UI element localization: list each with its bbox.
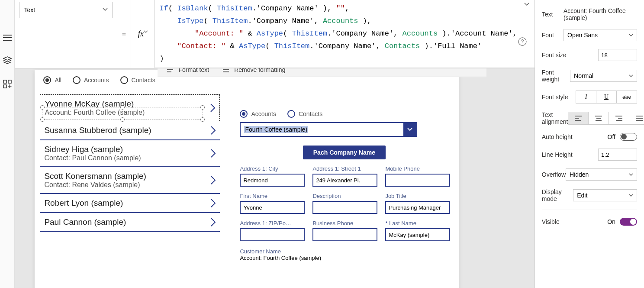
formula-expand-icon[interactable] <box>524 3 529 6</box>
field-label: Address 1: Street 1 <box>312 165 377 172</box>
field-lastname: Last Name <box>385 220 450 241</box>
radio-all-label: All <box>55 77 61 84</box>
businessphone-input[interactable] <box>312 228 377 241</box>
radio-accounts-label: Accounts <box>84 77 109 84</box>
fx-button[interactable]: fx <box>131 0 155 68</box>
align-justify-icon <box>636 116 643 121</box>
field-label: First Name <box>240 193 305 199</box>
detail-radio-accounts[interactable]: Accounts <box>240 110 276 118</box>
gallery-item-subtitle: Contact: Paul Cannon (sample) <box>44 154 207 162</box>
visible-value: On <box>607 218 615 225</box>
gallery-item-title: Scott Konersmann (sample) <box>44 172 207 181</box>
overflow-select[interactable]: Hidden <box>566 168 637 181</box>
gallery-item-title: Susanna Stubberod (sample) <box>44 126 207 135</box>
detail-panel: Accounts Contacts Fourth Coffee (sample) <box>237 108 451 288</box>
company-dropdown[interactable]: Fourth Coffee (sample) <box>240 122 417 137</box>
gallery-item[interactable]: Susanna Stubberod (sample) <box>40 121 220 140</box>
hamburger-icon[interactable] <box>3 35 12 41</box>
gallery-item-title: Robert Lyon (sample) <box>44 198 207 208</box>
lineheight-input[interactable] <box>598 149 637 161</box>
field-label: Address 1: ZIP/Po… <box>240 220 305 227</box>
font-select[interactable]: Open Sans <box>564 29 637 41</box>
align-right-icon <box>615 116 622 121</box>
fontweight-select[interactable]: Normal <box>570 70 637 82</box>
displaymode-select[interactable]: Edit <box>573 189 637 201</box>
left-rail <box>0 0 15 288</box>
chevron-right-icon[interactable] <box>210 198 216 208</box>
jobtitle-input[interactable] <box>385 201 450 214</box>
chevron-right-icon[interactable] <box>210 149 216 158</box>
detail-radio-contacts[interactable]: Contacts <box>287 110 322 118</box>
chevron-right-icon[interactable] <box>210 126 216 135</box>
field-label: Address 1: City <box>240 165 305 172</box>
radio-accounts[interactable]: Accounts <box>73 76 109 84</box>
chevron-down-icon <box>629 194 633 197</box>
align-center-button[interactable] <box>588 112 609 125</box>
align-right-button[interactable] <box>609 112 629 125</box>
grid-add-icon[interactable] <box>3 80 12 88</box>
equals-sign: = <box>117 0 131 68</box>
prop-displaymode-label: Display mode <box>542 188 573 202</box>
gallery-item[interactable]: Scott Konersmann (sample) Contact: Rene … <box>40 167 220 194</box>
field-label: Last Name <box>385 220 450 227</box>
property-selector[interactable]: Text <box>19 2 113 18</box>
field-firstname: First Name <box>240 193 305 214</box>
chevron-right-icon[interactable] <box>210 103 216 113</box>
visible-toggle[interactable] <box>620 218 637 226</box>
formula-bar[interactable]: If( IsBlank( ThisItem.'Company Name' ), … <box>155 0 534 68</box>
field-jobtitle: Job Title <box>385 193 450 214</box>
autoheight-toggle[interactable] <box>620 133 637 141</box>
chevron-right-icon[interactable] <box>210 175 216 185</box>
align-justify-button[interactable] <box>629 112 644 125</box>
prop-text-label: Text <box>542 11 553 18</box>
prop-fontsize-label: Font size <box>542 52 567 58</box>
radio-contacts[interactable]: Contacts <box>120 76 155 84</box>
dropdown-value: Fourth Coffee (sample) <box>241 123 403 136</box>
radio-all[interactable]: All <box>43 76 61 84</box>
field-businessphone: Business Phone <box>312 220 377 241</box>
align-left-button[interactable] <box>568 112 589 125</box>
mobile-input[interactable] <box>385 174 450 187</box>
description-input[interactable] <box>312 201 377 214</box>
city-input[interactable] <box>240 174 305 187</box>
underline-button[interactable]: U <box>596 91 617 104</box>
lastname-input[interactable] <box>385 228 450 241</box>
gallery-item[interactable]: Yvonne McKay (sample) Account: Fourth Co… <box>40 94 220 121</box>
layers-icon[interactable] <box>3 56 12 64</box>
radio-accounts-label: Accounts <box>251 110 276 117</box>
field-mobile: Mobile Phone <box>385 165 450 187</box>
formula-row: Text = fx If( IsBlank( ThisItem.'Company… <box>15 0 534 68</box>
italic-button[interactable]: I <box>576 91 596 104</box>
fontsize-input[interactable] <box>598 49 637 61</box>
svg-rect-1 <box>8 80 11 83</box>
chevron-right-icon[interactable] <box>210 217 216 227</box>
customer-name-value: Account: Fourth Coffee (sample) <box>240 255 448 261</box>
svg-rect-0 <box>3 80 6 83</box>
patch-company-button[interactable]: Pach Company Name <box>303 146 386 159</box>
app-canvas: All Accounts Contacts Yvonne McKay (samp… <box>35 70 459 288</box>
prop-autoheight-label: Auto height <box>542 133 573 140</box>
gallery-item[interactable]: Robert Lyon (sample) <box>40 194 220 213</box>
field-description: Description <box>312 193 377 214</box>
help-icon[interactable]: ? <box>518 37 527 46</box>
gallery-item[interactable]: Paul Cannon (sample) <box>40 213 220 232</box>
street-input[interactable] <box>312 174 377 187</box>
field-label: Business Phone <box>312 220 377 227</box>
firstname-input[interactable] <box>240 201 305 214</box>
prop-visible-label: Visible <box>542 218 560 225</box>
align-left-icon <box>575 116 582 121</box>
chevron-down-icon <box>103 8 108 11</box>
customer-name-label: Customer Name <box>240 248 448 255</box>
prop-fontstyle-label: Font style <box>542 94 568 100</box>
radio-contacts-label: Contacts <box>132 77 155 84</box>
align-center-icon <box>595 116 602 121</box>
strikethrough-button[interactable]: abc <box>616 91 637 104</box>
field-label: Mobile Phone <box>385 165 450 172</box>
zip-input[interactable] <box>240 228 305 241</box>
field-label: Description <box>312 193 377 199</box>
field-street: Address 1: Street 1 <box>312 165 377 187</box>
prop-text-value[interactable]: Account: Fourth Coffee (sample) <box>564 7 637 21</box>
radio-icon <box>73 76 80 84</box>
gallery-item[interactable]: Sidney Higa (sample) Contact: Paul Canno… <box>40 140 220 167</box>
prop-font-label: Font <box>542 32 554 39</box>
